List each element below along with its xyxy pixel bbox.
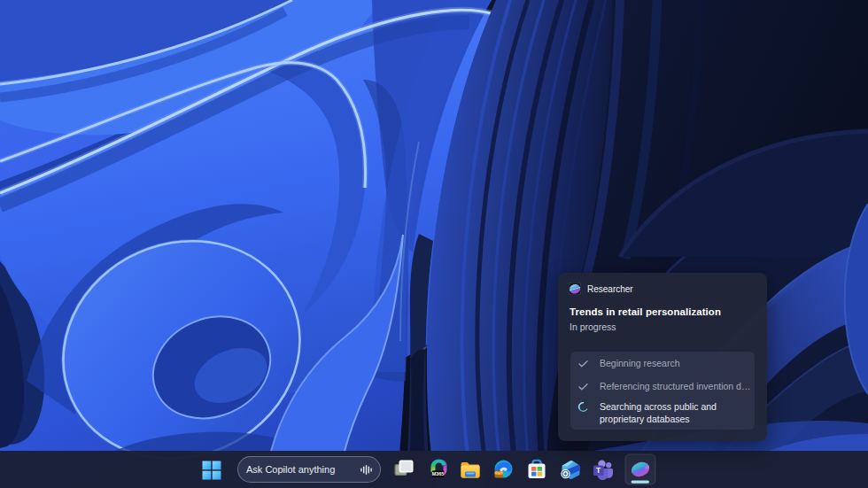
svg-text:M365: M365: [432, 471, 445, 476]
svg-text:T: T: [596, 466, 601, 475]
